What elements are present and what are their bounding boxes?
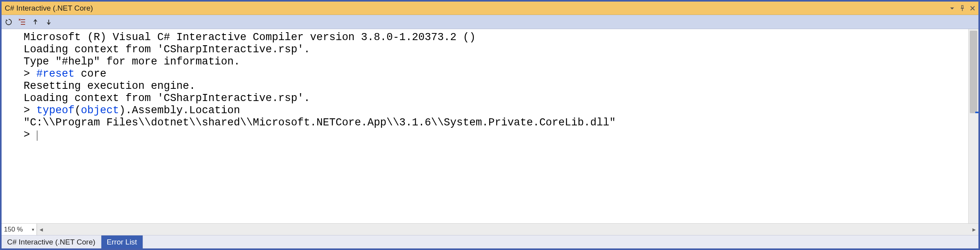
scroll-left-icon[interactable]: ◄ (37, 224, 46, 235)
footer-row: 150 % ▾ ◄ ► (2, 223, 978, 235)
tab-csharp-interactive[interactable]: C# Interactive (.NET Core) (2, 235, 101, 248)
scrollbar-track[interactable] (46, 224, 970, 235)
vertical-scrollbar[interactable] (968, 29, 978, 223)
window-menu-icon[interactable] (949, 6, 955, 11)
caret (37, 131, 37, 141)
repl-line: > typeof(object).Assembly.Location (24, 105, 968, 117)
tab-label: C# Interactive (.NET Core) (7, 238, 95, 246)
tab-error-list[interactable]: Error List (101, 235, 143, 248)
repl-line: "C:\\Program Files\\dotnet\\shared\\Micr… (24, 117, 968, 129)
repl-line: Loading context from 'CSharpInteractive.… (24, 92, 968, 105)
repl-line: Loading context from 'CSharpInteractive.… (24, 44, 968, 56)
clear-button[interactable] (17, 17, 27, 27)
history-up-button[interactable] (31, 17, 40, 27)
repl-line: Resetting execution engine. (24, 80, 968, 92)
scroll-right-icon[interactable]: ► (970, 224, 978, 235)
repl-line: Microsoft (R) Visual C# Interactive Comp… (24, 31, 968, 44)
window-title: C# Interactive (.NET Core) (5, 4, 949, 13)
repl-line: > #reset core (24, 68, 968, 80)
toolbar (2, 15, 978, 29)
history-down-button[interactable] (44, 17, 53, 27)
content-area: Microsoft (R) Visual C# Interactive Comp… (2, 29, 978, 223)
zoom-level-text: 150 % (4, 226, 23, 233)
title-bar: C# Interactive (.NET Core) (2, 2, 978, 15)
csharp-interactive-window: C# Interactive (.NET Core) (0, 0, 980, 250)
pin-icon[interactable] (960, 5, 965, 11)
horizontal-scrollbar[interactable]: ◄ ► (37, 224, 978, 235)
repl-line: > (24, 129, 968, 141)
tab-strip: C# Interactive (.NET Core) Error List (2, 235, 978, 248)
window-controls (949, 5, 975, 11)
tab-label: Error List (107, 238, 137, 246)
repl-line: Type "#help" for more information. (24, 56, 968, 68)
scrollbar-caret-mark (975, 112, 978, 113)
chevron-down-icon: ▾ (32, 227, 34, 232)
reset-button[interactable] (4, 17, 13, 27)
svg-rect-0 (962, 6, 963, 8)
zoom-level-dropdown[interactable]: 150 % ▾ (2, 224, 37, 235)
close-icon[interactable] (970, 6, 975, 11)
scrollbar-thumb[interactable] (970, 31, 977, 113)
repl-editor[interactable]: Microsoft (R) Visual C# Interactive Comp… (2, 29, 968, 223)
